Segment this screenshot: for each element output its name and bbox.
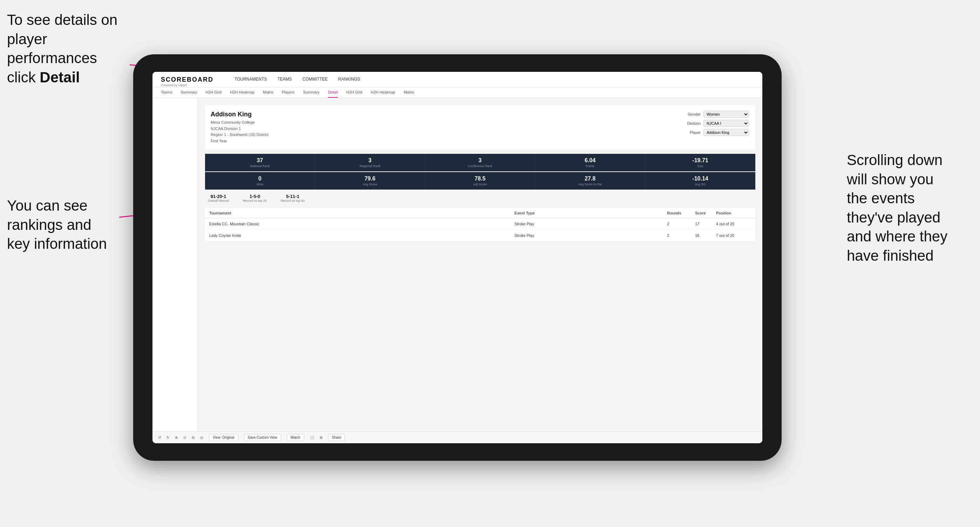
records-row: 91-20-1Overall Record1-5-0Record vs top … (205, 194, 755, 203)
nav-rankings[interactable]: RANKINGS (338, 77, 360, 87)
view-original-btn[interactable]: View: Original (209, 434, 238, 441)
table-col-tournament: Tournament (209, 211, 514, 215)
toolbar-icon5[interactable]: ⬜ (310, 435, 314, 440)
player-year: First Year (211, 138, 268, 144)
toolbar-icon1[interactable]: ⊕ (175, 435, 178, 440)
toolbar-icon2[interactable]: ⊙ (183, 435, 186, 440)
tablet-device: SCOREBOARD Powered by clippd TOURNAMENTS… (133, 54, 782, 461)
sub-nav-matrix2[interactable]: Matrix (403, 87, 414, 98)
right-content: Addison King Mesa Community College NJCA… (198, 98, 762, 431)
nav-teams[interactable]: TEAMS (277, 77, 292, 87)
save-custom-btn[interactable]: Save Custom View (244, 434, 281, 441)
stat-cell-adj-score: 78.5Adj Score (425, 172, 535, 190)
sub-nav: Teams Summary H2H Grid H2H Heatmap Matri… (153, 87, 762, 98)
stat-cell-points: 6.04Points (535, 154, 645, 171)
bottom-toolbar: ↺ ↻ ⊕ ⊙ ⊟ ◎ View: Original Save Custom V… (153, 431, 762, 443)
sub-nav-h2h-grid[interactable]: H2H Grid (205, 87, 221, 98)
sub-nav-h2h-heatmap2[interactable]: H2H Heatmap (371, 87, 395, 98)
sub-nav-players[interactable]: Players (282, 87, 295, 98)
toolbar-redo[interactable]: ↻ (167, 435, 169, 440)
tournament-table: TournamentEvent TypeRoundsScorePosition … (205, 208, 755, 241)
event-type: Stroke Play (514, 222, 667, 226)
table-row: Lady Coyote Invite Stroke Play 2 16 7 ou… (205, 230, 755, 241)
toolbar-undo[interactable]: ↺ (158, 435, 161, 440)
tournament-name: Lady Coyote Invite (209, 233, 514, 238)
tablet-screen: SCOREBOARD Powered by clippd TOURNAMENTS… (153, 72, 762, 443)
logo-powered: Powered by clippd (161, 83, 213, 87)
division-select[interactable]: NJCAA I NJCAA II (703, 120, 749, 127)
table-col-event-type: Event Type (514, 211, 667, 215)
toolbar-icon4[interactable]: ◎ (200, 435, 203, 440)
annotation-bottom-left: You can see rankings and key information (7, 196, 126, 254)
annotation-top-left: To see details on player performances cl… (7, 11, 140, 87)
score: 16 (695, 233, 716, 238)
main-content: Addison King Mesa Community College NJCA… (153, 98, 762, 431)
stat-cell-regional-rank: 3Regional Rank (315, 154, 425, 171)
rounds: 2 (667, 222, 695, 226)
score: 17 (695, 222, 716, 226)
gender-label: Gender (679, 112, 701, 116)
player-controls: Gender Women Men Division NJCAA I NJCAA … (679, 111, 750, 136)
player-select[interactable]: Addison King (703, 129, 749, 136)
sub-nav-detail[interactable]: Detail (328, 87, 338, 98)
toolbar-icon3[interactable]: ⊟ (192, 435, 194, 440)
table-row: Estella CC- Mountain Classic Stroke Play… (205, 218, 755, 230)
sub-nav-summary[interactable]: Summary (180, 87, 197, 98)
logo-scoreboard: SCOREBOARD (161, 76, 213, 83)
sub-nav-h2h-heatmap[interactable]: H2H Heatmap (230, 87, 255, 98)
sub-nav-teams[interactable]: Teams (161, 87, 172, 98)
nav-tournaments[interactable]: TOURNAMENTS (234, 77, 267, 87)
player-region: Region 1 - Southwest (18) District (211, 132, 268, 138)
tournament-name: Estella CC- Mountain Classic (209, 222, 514, 226)
player-name: Addison King (211, 111, 268, 118)
table-header: TournamentEvent TypeRoundsScorePosition (205, 208, 755, 218)
stat-cell-wins: 0Wins (205, 172, 315, 190)
gender-control: Gender Women Men (679, 111, 750, 118)
record-item: 91-20-1Overall Record (208, 194, 229, 203)
stat-cell-avg-score-to-par: 27.8Avg Score to Par (535, 172, 645, 190)
player-control: Player Addison King (679, 129, 750, 136)
sub-nav-matrix[interactable]: Matrix (263, 87, 274, 98)
rounds: 2 (667, 233, 695, 238)
nav-items: TOURNAMENTS TEAMS COMMITTEE RANKINGS (234, 77, 360, 87)
sub-nav-h2h-grid2[interactable]: H2H Grid (346, 87, 363, 98)
table-body: Estella CC- Mountain Classic Stroke Play… (205, 218, 755, 241)
division-control: Division NJCAA I NJCAA II (679, 120, 750, 127)
share-btn[interactable]: Share (328, 434, 345, 441)
table-col-rounds: Rounds (667, 211, 695, 215)
player-label: Player (679, 130, 701, 135)
nav-committee[interactable]: COMMITTEE (302, 77, 328, 87)
table-col-score: Score (695, 211, 716, 215)
annotation-right: Scrolling down will show you the events … (847, 151, 973, 266)
stats-row-2: 0Wins79.6Avg Score78.5Adj Score27.8Avg S… (205, 172, 755, 190)
logo-area: SCOREBOARD Powered by clippd (161, 76, 213, 87)
record-item: 5-11-1Record vs top 50 (281, 194, 305, 203)
left-panel (153, 98, 198, 431)
position: 7 out of 20 (716, 233, 751, 238)
stats-row-1: 37National Rank3Regional Rank3Conference… (205, 154, 755, 171)
sub-nav-summary2[interactable]: Summary (303, 87, 320, 98)
position: 4 out of 20 (716, 222, 751, 226)
toolbar-icon6[interactable]: ⊞ (320, 435, 323, 440)
gender-select[interactable]: Women Men (703, 111, 749, 118)
stat-cell-avg-sg: -10.14Avg SG (645, 172, 755, 190)
player-division: NJCAA Division 1 (211, 126, 268, 132)
player-header: Addison King Mesa Community College NJCA… (205, 105, 755, 149)
stat-cell-national-rank: 37National Rank (205, 154, 315, 171)
record-item: 1-5-0Record vs top 25 (243, 194, 267, 203)
division-label: Division (679, 121, 701, 125)
player-info: Addison King Mesa Community College NJCA… (211, 111, 268, 144)
stat-cell-sos: -19.71SoS (645, 154, 755, 171)
top-nav: SCOREBOARD Powered by clippd TOURNAMENTS… (153, 72, 762, 87)
player-college: Mesa Community College (211, 119, 268, 126)
stat-cell-conference-rank: 3Conference Rank (425, 154, 535, 171)
stat-cell-avg-score: 79.6Avg Score (315, 172, 425, 190)
event-type: Stroke Play (514, 233, 667, 238)
table-col-position: Position (716, 211, 751, 215)
watch-btn[interactable]: Watch (287, 434, 304, 441)
